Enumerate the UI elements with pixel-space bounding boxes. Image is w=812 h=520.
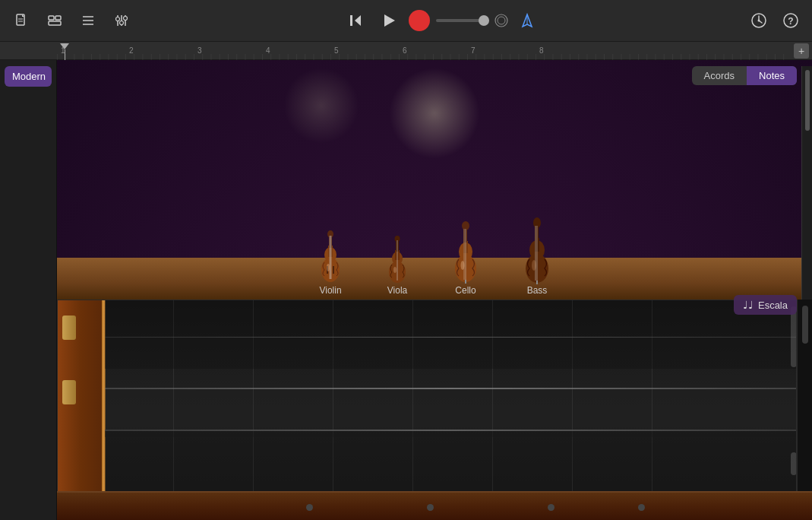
play-button[interactable]: [375, 7, 403, 34]
track-band-1: [105, 300, 796, 369]
volume-icon: [494, 13, 509, 28]
viola-label: Viola: [387, 285, 407, 296]
list-icon: [81, 13, 96, 28]
guitar-scroll-thumb: [802, 306, 808, 344]
svg-rect-3: [49, 16, 54, 20]
ruler-mark-2: 2: [129, 46, 134, 55]
svg-text:?: ?: [788, 16, 793, 27]
toolbar: ?: [0, 0, 812, 42]
ruler-marks: 1 2 3 4 5 6 7 8: [57, 42, 812, 59]
guitar-section: [57, 300, 812, 520]
svg-rect-4: [55, 16, 61, 20]
help-button[interactable]: ?: [779, 8, 803, 33]
toolbar-left: [9, 8, 134, 33]
bass-instrument[interactable]: Bass: [520, 215, 554, 296]
mixer-icon: [114, 13, 129, 28]
svg-point-12: [116, 17, 120, 21]
toggle-bar: Acords Notes: [692, 66, 797, 85]
volume-knob[interactable]: [479, 15, 489, 26]
cello-instrument[interactable]: Cello: [449, 217, 482, 296]
tuning-peg-1[interactable]: [62, 315, 76, 340]
volume-slider[interactable]: [436, 19, 489, 22]
escala-icon: ♩♩: [743, 299, 754, 311]
svg-point-18: [495, 14, 507, 27]
svg-marker-15: [355, 15, 361, 26]
neck-scroll-thumb-2[interactable]: [791, 452, 797, 475]
svg-point-23: [758, 20, 760, 22]
tuner-button[interactable]: [515, 8, 539, 33]
layout-button[interactable]: [43, 8, 67, 33]
list-button[interactable]: [76, 8, 100, 33]
svg-rect-16: [350, 15, 352, 26]
violin-label: Violin: [319, 285, 341, 296]
bass-icon: [520, 215, 554, 285]
file-button[interactable]: [9, 8, 33, 33]
timeline-ruler: 1 2 3 4 5 6 7 8 +: [0, 42, 812, 60]
svg-point-60: [532, 260, 536, 271]
layout-icon: [47, 13, 62, 28]
acords-tab[interactable]: Acords: [692, 66, 747, 85]
bass-label: Bass: [527, 285, 548, 296]
fret-dot-4: [638, 504, 645, 511]
viola-icon: [384, 230, 411, 285]
track-band-3: [105, 430, 796, 493]
svg-point-19: [498, 17, 505, 24]
rewind-icon: [346, 11, 365, 30]
play-icon: [380, 11, 398, 30]
tuning-peg-2[interactable]: [62, 380, 76, 404]
volume-control: [436, 13, 509, 28]
stage-scroll-thumb: [805, 70, 810, 131]
svg-point-36: [327, 264, 330, 271]
record-button[interactable]: [409, 10, 430, 31]
add-track-button[interactable]: +: [794, 43, 809, 59]
guitar-body-bottom: [57, 491, 812, 520]
ruler-mark-4: 4: [266, 46, 270, 55]
cello-icon: [449, 217, 482, 285]
guitar-hardware: [58, 300, 105, 493]
svg-marker-17: [384, 14, 395, 27]
escala-label: Escala: [758, 300, 788, 311]
tempo-button[interactable]: [747, 8, 771, 33]
ruler-mark-8: 8: [539, 46, 544, 55]
guitar-right-scrollbar[interactable]: [797, 300, 812, 493]
tempo-icon: [750, 12, 767, 29]
main-content: Modern Acords Notes: [0, 60, 812, 520]
help-icon: ?: [782, 12, 799, 29]
ruler-mark-6: 6: [403, 46, 407, 55]
fret-dot-1: [306, 504, 313, 511]
ruler-mark-1: 1: [61, 46, 65, 55]
neck-scroll-thumb[interactable]: [791, 306, 797, 367]
violin-icon: [315, 224, 346, 285]
mixer-button[interactable]: [109, 8, 134, 33]
modern-button[interactable]: Modern: [5, 66, 52, 87]
fret-dot-3: [548, 504, 554, 511]
svg-point-14: [124, 17, 128, 21]
svg-point-43: [393, 267, 397, 273]
toolbar-right: ?: [747, 8, 803, 33]
notes-tab[interactable]: Notes: [747, 66, 797, 85]
file-icon: [14, 13, 29, 28]
svg-point-51: [461, 261, 465, 270]
svg-point-13: [120, 21, 124, 25]
svg-rect-5: [49, 21, 61, 25]
ruler-mark-3: 3: [197, 46, 202, 55]
guitar-neck: [57, 300, 797, 493]
tuner-icon: [519, 12, 536, 29]
sidebar: Modern: [0, 60, 57, 520]
ruler-mark-7: 7: [471, 46, 476, 55]
instruments: Violin Viola: [57, 215, 812, 296]
cello-label: Cello: [455, 285, 476, 296]
escala-badge[interactable]: ♩♩ Escala: [734, 295, 797, 315]
toolbar-center: [141, 7, 739, 34]
track-band-2: [105, 369, 796, 437]
viola-instrument[interactable]: Viola: [384, 230, 411, 296]
fret-dot-2: [427, 504, 434, 511]
ruler-mark-5: 5: [334, 46, 339, 55]
rewind-button[interactable]: [342, 7, 369, 34]
stage-area: Acords Notes: [57, 60, 812, 520]
violin-instrument[interactable]: Violin: [315, 224, 346, 296]
